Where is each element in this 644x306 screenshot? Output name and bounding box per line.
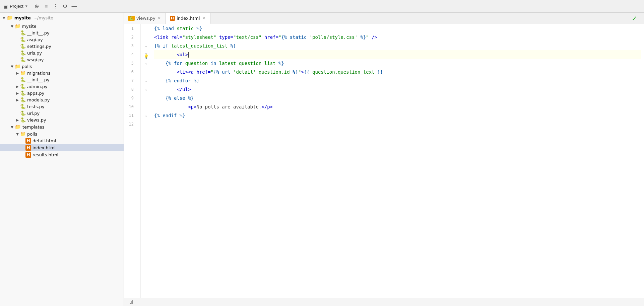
sidebar-item-init-py-1[interactable]: 🐍 __init__.py xyxy=(0,29,124,36)
code-content: 1 2 3 4 5 6 7 8 9 10 11 12 xyxy=(124,24,644,298)
code-line-8: </ul> xyxy=(154,85,641,94)
sidebar-item-index-html[interactable]: H index.html xyxy=(0,144,124,151)
gutter-item xyxy=(141,102,151,111)
sidebar-item-url-py[interactable]: 🐍 url.py xyxy=(0,110,124,117)
sidebar-item-label: templates xyxy=(22,125,44,130)
sidebar-item-detail-html[interactable]: H detail.html xyxy=(0,137,124,144)
file-py-icon: 🐍 xyxy=(20,84,26,89)
status-text: ul xyxy=(129,300,133,305)
expand-arrow-icon: ▶ xyxy=(15,90,20,96)
sidebar-item-label: __init__.py xyxy=(27,30,50,35)
folder-blue-icon: 📁 xyxy=(15,64,20,69)
align-left-icon-button[interactable]: ≡ xyxy=(42,2,50,10)
expand-arrow-icon: ▶ xyxy=(15,97,20,102)
align-right-icon-button[interactable]: ⋮ xyxy=(52,2,60,10)
title-bar-left: ▣ Project ▼ ⊕ ≡ ⋮ ⚙ — xyxy=(3,2,78,10)
sidebar-item-mysite-folder[interactable]: ▼ 📁 mysite xyxy=(0,23,124,29)
sidebar-item-admin-py[interactable]: ▶ 🐍 admin.py xyxy=(0,83,124,90)
file-py-icon: 🐍 xyxy=(20,77,26,82)
sidebar-item-label: results.html xyxy=(33,152,58,157)
line-number: 12 xyxy=(124,120,137,129)
sidebar-item-settings-py[interactable]: 🐍 settings.py xyxy=(0,43,124,50)
code-line-7: {% endfor %} xyxy=(154,76,641,85)
code-line-9: {% else %} xyxy=(154,94,641,102)
root-label: mysite xyxy=(14,15,31,20)
sidebar-item-polls-sub-folder[interactable]: ▼ 📁 polls xyxy=(0,131,124,137)
gutter-fold-icon[interactable]: ⌄ xyxy=(141,59,151,68)
expand-arrow-icon: ▶ xyxy=(15,117,20,123)
sidebar-item-init-py-2[interactable]: 🐍 __init__.py xyxy=(0,76,124,83)
title-bar: ▣ Project ▼ ⊕ ≡ ⋮ ⚙ — xyxy=(0,0,644,13)
root-arrow-icon: ▼ xyxy=(3,16,5,20)
sidebar-item-label: asgi.py xyxy=(27,37,43,42)
editor-wrapper[interactable]: 1 2 3 4 5 6 7 8 9 10 11 12 xyxy=(124,24,644,306)
fold-icon[interactable]: ⌄ xyxy=(145,51,147,55)
gutter-fold-icon[interactable]: ⌄ xyxy=(141,111,151,120)
sidebar-item-templates-folder[interactable]: ▼ 📁 templates xyxy=(0,123,124,131)
gutter-fold-icon[interactable]: ⌄ xyxy=(141,85,151,94)
tab-views-py[interactable]: 🐍 views.py ✕ xyxy=(124,13,166,24)
sidebar-item-label: mysite xyxy=(22,24,37,29)
project-icon: ▣ xyxy=(3,4,8,9)
gutter: ⌄ ⌄ 💡 ⌄ ⌄ ⌄ ⌄ xyxy=(141,24,151,298)
editor-area: 🐍 views.py ✕ H index.html ✕ ✓ 1 xyxy=(124,13,644,306)
line-number: 1 xyxy=(124,24,137,33)
add-icon-button[interactable]: ⊕ xyxy=(33,2,41,10)
code-line-12 xyxy=(154,120,641,129)
tab-index-html[interactable]: H index.html ✕ xyxy=(166,13,210,24)
line-number: 9 xyxy=(124,94,137,102)
sidebar-item-label: admin.py xyxy=(27,84,48,89)
sidebar[interactable]: ▼ 📁 mysite ~/mysite ▼ 📁 mysite 🐍 __init_… xyxy=(0,13,124,306)
project-root: ▼ 📁 mysite ~/mysite xyxy=(0,13,124,23)
sidebar-item-label: index.html xyxy=(33,145,56,150)
project-label: Project xyxy=(10,4,23,9)
sidebar-item-tests-py[interactable]: 🐍 tests.py xyxy=(0,103,124,110)
project-button[interactable]: Project ▼ xyxy=(10,4,28,9)
main-layout: ▼ 📁 mysite ~/mysite ▼ 📁 mysite 🐍 __init_… xyxy=(0,13,644,306)
folder-blue-icon: 📁 xyxy=(20,131,26,137)
gutter-item xyxy=(141,120,151,129)
file-html-icon: H xyxy=(25,145,31,151)
gear-icon-button[interactable]: ⚙ xyxy=(61,2,69,10)
dash-icon-button[interactable]: — xyxy=(70,2,78,10)
expand-arrow-icon: ▼ xyxy=(15,131,20,137)
code-line-5: {% for question in latest_question_list … xyxy=(154,59,641,68)
line-number: 4 xyxy=(124,50,137,59)
sidebar-item-wsgi-py[interactable]: 🐍 wsgi.py xyxy=(0,56,124,63)
code-line-10: <p>No polls are available.</p> xyxy=(154,102,641,111)
sidebar-item-label: models.py xyxy=(27,97,50,102)
tab-close-icon[interactable]: ✕ xyxy=(202,16,206,21)
sidebar-item-views-py[interactable]: ▶ 🐍 views.py xyxy=(0,117,124,123)
root-path: ~/mysite xyxy=(34,15,53,20)
bulb-icon[interactable]: 💡 xyxy=(144,55,149,59)
sidebar-item-models-py[interactable]: ▶ 🐍 models.py xyxy=(0,96,124,103)
file-py-icon: 🐍 xyxy=(20,110,26,116)
folder-blue-icon: 📁 xyxy=(15,23,20,29)
gutter-item xyxy=(141,33,151,42)
gutter-fold-icon[interactable]: ⌄ xyxy=(141,76,151,85)
sidebar-item-label: settings.py xyxy=(27,44,51,49)
file-py-icon: 🐍 xyxy=(20,30,26,35)
folder-blue-icon: 📁 xyxy=(20,70,26,76)
sidebar-item-polls-folder[interactable]: ▼ 📁 polls xyxy=(0,63,124,70)
sidebar-item-urls-py[interactable]: 🐍 urls.py xyxy=(0,50,124,56)
code-line-4: <ul> xyxy=(154,50,641,59)
gutter-item xyxy=(141,24,151,33)
gutter-fold-bulb-item: ⌄ 💡 xyxy=(141,50,151,59)
sidebar-item-asgi-py[interactable]: 🐍 asgi.py xyxy=(0,36,124,43)
tab-close-icon[interactable]: ✕ xyxy=(157,16,162,21)
file-py-icon: 🐍 xyxy=(20,97,26,102)
sidebar-item-results-html[interactable]: H results.html xyxy=(0,151,124,158)
success-checkmark-icon: ✓ xyxy=(632,14,637,22)
code-lines[interactable]: {% load static %} <link rel="stylesheet"… xyxy=(151,24,644,298)
sidebar-item-label: __init__.py xyxy=(27,77,50,82)
gutter-fold-icon[interactable]: ⌄ xyxy=(141,42,151,50)
code-editor[interactable]: 1 2 3 4 5 6 7 8 9 10 11 12 xyxy=(124,24,644,298)
dropdown-arrow-icon: ▼ xyxy=(25,4,28,8)
sidebar-item-migrations-folder[interactable]: ▶ 📁 migrations xyxy=(0,70,124,76)
editor-status-area: ✓ xyxy=(210,14,644,22)
sidebar-item-label: polls xyxy=(22,64,32,69)
sidebar-item-apps-py[interactable]: ▶ 🐍 apps.py xyxy=(0,90,124,96)
sidebar-item-label: wsgi.py xyxy=(27,57,44,62)
gutter-item xyxy=(141,94,151,102)
